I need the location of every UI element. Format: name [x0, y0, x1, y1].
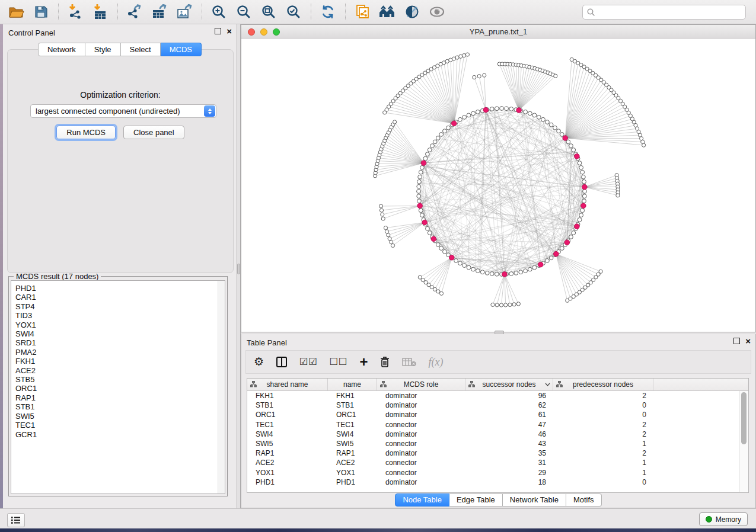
graph-node[interactable] [546, 259, 550, 263]
graph-node[interactable] [419, 170, 423, 174]
mcds-result-scrollbar[interactable] [218, 281, 225, 493]
mcds-node-item[interactable]: RAP1 [15, 393, 225, 402]
graph-node[interactable] [581, 175, 585, 179]
fan-node[interactable] [465, 53, 469, 56]
graph-node[interactable] [537, 115, 541, 119]
graph-node[interactable] [566, 140, 570, 144]
graph-node[interactable] [420, 165, 424, 169]
fan-node[interactable] [384, 226, 387, 230]
graph-node[interactable] [417, 199, 422, 203]
network-graph[interactable] [241, 39, 755, 332]
criterion-select[interactable]: largest connected component (undirected) [30, 104, 216, 118]
graph-node[interactable] [579, 165, 583, 169]
graph-node[interactable] [417, 180, 422, 184]
graph-node[interactable] [578, 161, 582, 165]
fan-node[interactable] [455, 56, 459, 59]
graph-node[interactable] [458, 117, 462, 121]
fan-node[interactable] [473, 75, 476, 79]
float-panel-icon[interactable] [733, 338, 740, 344]
mcds-node-item[interactable]: TEC1 [15, 421, 225, 430]
fan-node[interactable] [504, 303, 508, 307]
graph-node[interactable] [528, 111, 532, 116]
column-header-shared-name[interactable]: shared name [247, 379, 328, 390]
mcds-hub-node[interactable] [417, 203, 423, 209]
mcds-hub-node[interactable] [451, 121, 457, 126]
zoom-selected-icon[interactable] [283, 3, 304, 21]
graph-node[interactable] [569, 144, 573, 148]
mcds-hub-node[interactable] [431, 236, 436, 242]
graph-node[interactable] [436, 243, 440, 247]
graph-node[interactable] [417, 190, 421, 194]
table-row[interactable]: SWI4SWI4dominator462 [247, 430, 748, 439]
tab-style[interactable]: Style [85, 43, 121, 56]
graph-node[interactable] [509, 272, 513, 276]
tab-edge-table[interactable]: Edge Table [449, 493, 503, 507]
graph-node[interactable] [476, 269, 480, 273]
graph-node[interactable] [583, 190, 587, 194]
fan-node[interactable] [512, 303, 516, 306]
export-network-icon[interactable] [125, 3, 145, 21]
fan-node[interactable] [616, 194, 620, 197]
maximize-window-button[interactable] [273, 28, 280, 36]
graph-node[interactable] [532, 113, 537, 117]
graph-node[interactable] [430, 144, 435, 148]
graph-node[interactable] [467, 265, 471, 270]
delete-row-icon[interactable] [379, 353, 390, 371]
graph-node[interactable] [582, 180, 586, 184]
graph-node[interactable] [425, 152, 429, 156]
fan-node[interactable] [388, 237, 391, 241]
graph-node[interactable] [500, 107, 504, 111]
settings-icon[interactable]: ⚙ [254, 353, 264, 371]
graph-node[interactable] [549, 123, 553, 127]
close-panel-icon[interactable]: × [227, 28, 232, 34]
import-table-icon[interactable] [90, 3, 110, 21]
graph-node[interactable] [436, 136, 440, 140]
graph-node[interactable] [572, 148, 576, 152]
fan-node[interactable] [381, 217, 385, 220]
close-panel-icon[interactable]: × [745, 338, 751, 344]
mcds-node-item[interactable]: STP4 [15, 302, 225, 311]
mcds-node-item[interactable]: SWI4 [15, 329, 225, 338]
fan-node[interactable] [642, 143, 646, 147]
graph-node[interactable] [514, 271, 518, 275]
graph-node[interactable] [462, 115, 467, 119]
mcds-hub-node[interactable] [563, 136, 568, 141]
search-input[interactable] [596, 7, 745, 17]
graph-node[interactable] [439, 246, 444, 251]
mcds-node-item[interactable]: ORC1 [15, 384, 225, 393]
tab-motifs[interactable]: Motifs [566, 493, 602, 507]
column-header-predecessor-nodes[interactable]: predecessor nodes [553, 379, 653, 390]
fan-node[interactable] [379, 209, 383, 212]
graph-node[interactable] [417, 194, 421, 198]
run-mcds-button[interactable]: Run MCDS [56, 126, 116, 139]
mcds-node-item[interactable]: FKH1 [15, 357, 225, 366]
graph-node[interactable] [443, 129, 447, 133]
graph-node[interactable] [509, 107, 513, 111]
graph-node[interactable] [419, 209, 423, 213]
mcds-node-item[interactable]: PMA2 [15, 348, 225, 357]
column-header-name[interactable]: name [328, 379, 377, 390]
fan-node[interactable] [495, 303, 499, 307]
graph-node[interactable] [454, 259, 458, 263]
graph-node[interactable] [480, 270, 484, 274]
graph-node[interactable] [485, 271, 489, 275]
graph-node[interactable] [557, 129, 561, 133]
scrollbar-thumb[interactable] [741, 392, 747, 444]
zoom-fit-icon[interactable] [259, 3, 279, 21]
table-row[interactable]: SWI5SWI5connector431 [247, 439, 748, 448]
table-row[interactable]: PHD1PHD1dominator180 [247, 477, 748, 487]
graph-node[interactable] [549, 256, 553, 260]
graph-node[interactable] [471, 267, 476, 271]
graph-node[interactable] [560, 246, 564, 251]
mcds-node-item[interactable]: GCR1 [15, 430, 225, 439]
tab-network-table[interactable]: Network Table [503, 493, 566, 507]
column-header-successor-nodes[interactable]: successor nodes [465, 379, 553, 390]
show-columns-icon[interactable] [276, 353, 288, 371]
network-titlebar[interactable]: YPA_prune.txt_1 [241, 25, 755, 40]
float-panel-icon[interactable] [215, 28, 221, 34]
table-row[interactable]: ACE2ACE2connector311 [247, 458, 748, 467]
export-image-icon[interactable] [174, 3, 194, 21]
fan-node[interactable] [508, 303, 512, 306]
add-row-icon[interactable]: + [359, 353, 368, 371]
graph-node[interactable] [532, 265, 537, 270]
